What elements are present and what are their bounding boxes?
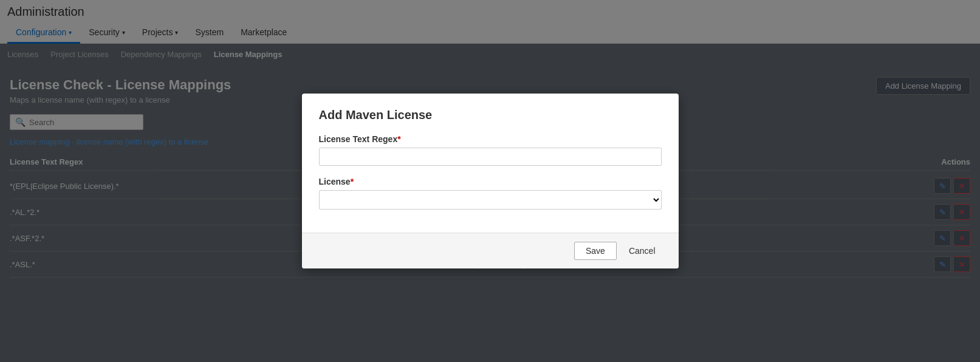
modal-overlay[interactable]: Add Maven License License Text Regex* Li… bbox=[0, 0, 980, 362]
license-select[interactable] bbox=[319, 190, 662, 210]
required-star-regex: * bbox=[397, 134, 400, 144]
modal-body: Add Maven License License Text Regex* Li… bbox=[302, 94, 679, 233]
add-maven-license-modal: Add Maven License License Text Regex* Li… bbox=[302, 94, 679, 268]
license-text-regex-input[interactable] bbox=[319, 148, 662, 166]
required-star-license: * bbox=[351, 177, 354, 186]
cancel-button[interactable]: Cancel bbox=[623, 242, 662, 260]
license-text-regex-group: License Text Regex* bbox=[319, 134, 662, 166]
license-text-regex-label: License Text Regex* bbox=[319, 134, 662, 144]
modal-footer: Save Cancel bbox=[302, 233, 679, 268]
license-label: License* bbox=[319, 177, 662, 186]
save-button[interactable]: Save bbox=[574, 242, 617, 260]
modal-title: Add Maven License bbox=[319, 108, 662, 122]
license-group: License* bbox=[319, 177, 662, 210]
